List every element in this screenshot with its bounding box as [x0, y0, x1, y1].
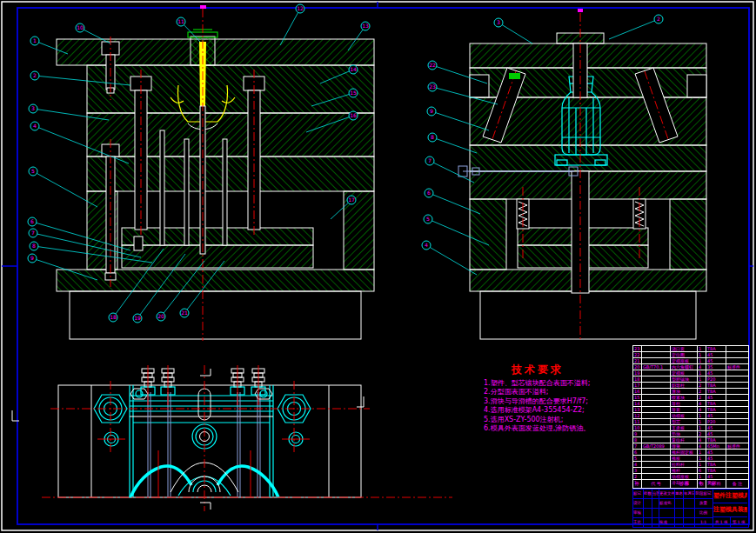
bom-row: 13导套4T8A: [633, 407, 748, 413]
rev-cell: 工艺: [633, 518, 644, 527]
rev-cell: [684, 518, 694, 527]
balloon-number: 8: [431, 134, 434, 140]
bom-row: 7GB/T2089弹簧465Mn标准件: [633, 443, 748, 450]
product-title: 塑件注塑模具: [713, 490, 747, 503]
balloon-number: 19: [134, 315, 141, 321]
scale-label: 比例: [694, 509, 713, 518]
bom-row: 21定模座板145: [633, 358, 748, 364]
bom-header-cell: 名 称: [671, 480, 698, 488]
rev-cell: 签名: [675, 490, 684, 498]
balloon-number: 15: [350, 90, 357, 96]
bom-row: 10支承板145: [633, 425, 748, 431]
balloon-number: 12: [297, 5, 304, 11]
rev-cell: 分区: [652, 490, 659, 498]
bom-row: 22定位圈145: [633, 352, 748, 358]
balloon-number: 4: [425, 242, 428, 248]
balloon-number: 20: [157, 313, 164, 319]
rev-cell: [652, 499, 659, 508]
bom-row: 5推板145: [633, 456, 748, 462]
bom-table: 23浇口套1T8A 22定位圈145 21定模座板145 20GB/T70.1内…: [632, 345, 749, 480]
balloon-number: 14: [350, 66, 357, 72]
balloon-number: 13: [362, 23, 369, 29]
balloon-number: 3: [497, 19, 500, 25]
bom-row: 3推杆6T8A: [633, 468, 748, 474]
leader-line: [609, 19, 659, 39]
balloon-number: 18: [110, 314, 117, 320]
tech-requirement-item: 4.选用标准模架A4-355454-Z2;: [484, 406, 649, 415]
bom-row: 8复位杆4T8A: [633, 437, 748, 443]
bom-row: 4拉料杆1T8A: [633, 462, 748, 468]
sheet-total: 共 1 张: [713, 517, 731, 528]
eye-bolt: [94, 395, 311, 446]
rev-cell: [659, 509, 675, 517]
revision-grid: 标记处数分区更改文件号签名年月日 设计标准化 审核 工艺批准: [633, 490, 695, 527]
stage-mark-column: 阶段标记 质量 比例 1:1: [694, 490, 713, 527]
sheet-number: 第 1 张: [731, 517, 748, 528]
balloon-number: 8: [32, 243, 36, 249]
bom-header-cell: 备 注: [726, 480, 748, 488]
bom-row: 12动模板145: [633, 413, 748, 419]
rev-cell: [684, 499, 694, 508]
cad-drawing-canvas: 1234567891011121314151617181920212223987…: [0, 0, 756, 533]
bom-header-cell: 序号: [633, 480, 642, 488]
rev-cell: [644, 509, 652, 517]
balloon-number: 9: [30, 255, 34, 261]
balloon-number: 23: [429, 83, 436, 90]
balloon-number: 2: [33, 72, 37, 78]
bom-row: 14导柱4T8A: [633, 401, 748, 407]
rev-cell: 标记: [633, 490, 644, 498]
bom-row: 18型腔镶块1P20: [633, 376, 748, 383]
rev-cell: 设计: [633, 499, 644, 508]
bom-row: 6推杆固定板145: [633, 450, 748, 456]
balloon-number: 2: [657, 16, 660, 22]
bom-row: 19定模板145: [633, 370, 748, 376]
tech-requirement-item: 2.分型面表面不溢料;: [484, 388, 649, 396]
leader-line: [498, 23, 532, 43]
bom-row: 15楔紧块245: [633, 395, 748, 401]
balloon-number: 11: [177, 18, 184, 24]
rev-cell: [675, 518, 684, 527]
rev-cell: 更改文件号: [659, 490, 675, 498]
plan-view: [12, 365, 452, 511]
balloon-number: 4: [33, 123, 37, 129]
rev-cell: [652, 509, 659, 517]
bom-header-cell: 材 料: [706, 480, 726, 488]
balloon-number: 10: [77, 24, 84, 30]
tech-requirement-item: 6.模具外表面发蓝处理,涂防锈油。: [484, 424, 649, 433]
balloon-number: 3: [31, 105, 35, 111]
front-section-view: [57, 5, 374, 341]
drawing-title-column: 塑件注塑模具 注塑模具装配图 共 1 张 第 1 张: [713, 490, 747, 527]
tech-requirement-item: 1.塑件、型芯镶块配合表面不溢料;: [484, 379, 649, 388]
balloon-number: 6: [30, 218, 34, 224]
bom-header: 序号 代 号 名 称 数量 材 料 备 注: [632, 480, 749, 489]
title-block: 23浇口套1T8A 22定位圈145 21定模座板145 20GB/T70.1内…: [632, 345, 749, 528]
leader-line: [426, 245, 477, 275]
stage-label: 阶段标记: [694, 490, 713, 499]
balloon-number: 5: [31, 168, 35, 174]
balloon-number: 7: [428, 157, 432, 163]
balloon-number: 17: [348, 197, 355, 203]
bom-row: 16滑块2T8A: [633, 389, 748, 395]
scale-value: 1:1: [694, 518, 713, 528]
rev-cell: [675, 499, 684, 508]
balloon-number: 1: [33, 37, 37, 43]
rev-cell: [652, 518, 659, 527]
rev-cell: 处数: [644, 490, 652, 498]
rev-cell: 标准化: [659, 499, 675, 508]
title-block-main: 标记处数分区更改文件号签名年月日 设计标准化 审核 工艺批准 阶段标记 质量 比…: [632, 489, 749, 528]
tech-requirement-item: 5.选用XS-ZY-500注射机;: [484, 416, 649, 424]
rev-cell: [684, 509, 694, 517]
balloon-number: 22: [429, 62, 436, 68]
rev-cell: [644, 499, 652, 508]
tech-requirements-title: 技术要求: [512, 363, 649, 377]
tech-requirement-item: 3.滑块与导滑槽的配合要求H7/f7;: [484, 397, 649, 406]
balloon-number: 9: [430, 108, 433, 114]
bom-header-cell: 代 号: [642, 480, 671, 488]
balloon-number: 16: [350, 112, 357, 118]
tech-requirements: 技术要求 1.塑件、型芯镶块配合表面不溢料; 2.分型面表面不溢料; 3.滑块与…: [484, 363, 649, 433]
bom-row: 23浇口套1T8A: [633, 346, 748, 352]
drawing-title: 注塑模具装配图: [713, 503, 747, 517]
rev-cell: [675, 509, 684, 517]
bom-header-cell: 数量: [698, 480, 706, 488]
side-section-view: [458, 9, 706, 341]
